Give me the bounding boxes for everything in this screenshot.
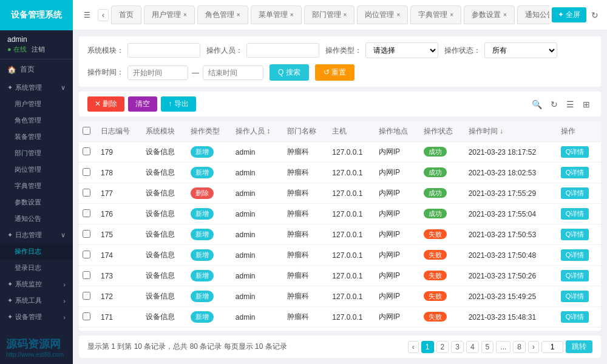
- row-dept: 肿瘤科: [283, 163, 328, 183]
- tab-pos[interactable]: 岗位管理 ×: [357, 5, 408, 24]
- row-checkbox-cell: [79, 307, 97, 328]
- page-8-button[interactable]: 8: [513, 341, 526, 353]
- tab-home[interactable]: 首页: [111, 5, 141, 24]
- sidebar-item-op-log[interactable]: 操作日志: [0, 243, 73, 260]
- refresh-button[interactable]: ↻: [589, 9, 601, 21]
- tab-dept-close[interactable]: ×: [344, 12, 347, 18]
- tab-pos-label: 岗位管理: [365, 10, 394, 20]
- table-row: 178 设备信息 新增 admin 肿瘤科 127.0.0.1 内网IP 成功 …: [79, 163, 601, 183]
- tab-user-close[interactable]: ×: [183, 12, 187, 18]
- row-checkbox-1[interactable]: [83, 168, 90, 176]
- tab-param-close[interactable]: ×: [503, 12, 507, 18]
- monitor-icon: ✦: [7, 280, 13, 288]
- search-button[interactable]: Q 搜索: [270, 64, 309, 81]
- row-checkbox-7[interactable]: [83, 292, 90, 300]
- sys-module-input[interactable]: [127, 43, 200, 58]
- empty-button[interactable]: 清空: [128, 96, 157, 112]
- row-time: 2021-03-23 15:36:17: [465, 328, 557, 331]
- tab-user[interactable]: 用户管理 ×: [144, 5, 195, 24]
- page-jump-button[interactable]: 跳转: [566, 340, 592, 353]
- row-checkbox-3[interactable]: [83, 209, 90, 217]
- sidebar-item-notice[interactable]: 通知公告: [0, 211, 73, 227]
- tab-dict[interactable]: 字典管理 ×: [410, 5, 461, 24]
- tab-menu-close[interactable]: ×: [290, 12, 294, 18]
- nav-prev-button[interactable]: ‹: [98, 9, 109, 21]
- row-checkbox-4[interactable]: [83, 230, 90, 238]
- row-log-id: 179: [97, 142, 142, 163]
- detail-button[interactable]: Q详情: [561, 187, 589, 199]
- tab-role-close[interactable]: ×: [237, 12, 240, 18]
- menu-toggle-button[interactable]: ☰: [79, 8, 95, 22]
- detail-button[interactable]: Q详情: [561, 270, 589, 281]
- sidebar-section-device-admin[interactable]: ✦ 设备管理 ›: [0, 309, 73, 325]
- page-prev-button[interactable]: ‹: [408, 341, 419, 353]
- tab-dict-close[interactable]: ×: [450, 12, 453, 18]
- status-badge: 成功: [424, 209, 447, 218]
- row-op-type: 新增: [187, 224, 232, 245]
- page-3-button[interactable]: 3: [451, 341, 464, 353]
- detail-button[interactable]: Q详情: [561, 146, 589, 158]
- sidebar-section-monitor[interactable]: ✦ 系统监控 ›: [0, 276, 73, 292]
- column-settings-button[interactable]: ☰: [564, 98, 577, 110]
- detail-button[interactable]: Q详情: [561, 208, 589, 220]
- page-2-button[interactable]: 2: [436, 341, 449, 353]
- select-all-checkbox[interactable]: [83, 127, 90, 135]
- page-jump-input[interactable]: [541, 341, 563, 353]
- detail-button[interactable]: Q详情: [561, 249, 589, 261]
- row-checkbox-0[interactable]: [83, 147, 90, 155]
- refresh-table-button[interactable]: ↻: [548, 98, 560, 110]
- export-button[interactable]: ↑ 导出: [161, 96, 195, 112]
- sidebar-item-user-manage[interactable]: 用户管理: [0, 96, 73, 112]
- start-time-input[interactable]: [127, 66, 188, 80]
- detail-button[interactable]: Q详情: [561, 291, 589, 302]
- sidebar-logout[interactable]: 注销: [32, 45, 45, 54]
- page-1-button[interactable]: 1: [421, 341, 434, 353]
- grid-view-button[interactable]: ⊞: [580, 98, 592, 110]
- filter-bar: 系统模块： 操作人员： 操作类型： 请选择 新增 修改 删除 操作状态： 所有: [79, 36, 601, 87]
- sidebar-item-device-manage[interactable]: 装备管理: [0, 129, 73, 145]
- sidebar-item-login-log[interactable]: 登录日志: [0, 260, 73, 276]
- op-type-select[interactable]: 请选择 新增 修改 删除: [365, 42, 438, 58]
- tab-menu[interactable]: 菜单管理 ×: [251, 5, 302, 24]
- sidebar-item-pos-manage[interactable]: 岗位管理: [0, 161, 73, 178]
- detail-button[interactable]: Q详情: [561, 311, 589, 323]
- row-host: 127.0.0.1: [328, 286, 375, 307]
- tab-dept[interactable]: 部门管理 ×: [304, 5, 355, 24]
- row-log-id: 175: [97, 224, 142, 245]
- row-checkbox-6[interactable]: [83, 271, 90, 279]
- sidebar-item-role-manage[interactable]: 角色管理: [0, 112, 73, 129]
- reset-button[interactable]: ↺ 重置: [315, 64, 354, 81]
- delete-button[interactable]: ✕ 删除: [87, 96, 124, 112]
- fullscreen-button[interactable]: ✦ 全屏: [552, 7, 586, 22]
- sidebar-section-tools[interactable]: ✦ 系统工具 ›: [0, 292, 73, 309]
- page-4-button[interactable]: 4: [466, 341, 479, 353]
- row-checkbox-5[interactable]: [83, 251, 90, 258]
- search-icon-button[interactable]: 🔍: [529, 98, 544, 110]
- status-badge: 成功: [424, 167, 447, 177]
- sidebar-item-param-settings[interactable]: 参数设置: [0, 194, 73, 211]
- op-type-badge: 新增: [191, 167, 214, 178]
- sidebar-section-log[interactable]: ✦ 日志管理 ∨: [0, 227, 73, 243]
- sidebar-item-home[interactable]: 🏠 首页: [0, 59, 73, 79]
- detail-button[interactable]: Q详情: [561, 167, 589, 178]
- tab-dept-label: 部门管理: [312, 10, 341, 20]
- sidebar-item-dept-manage[interactable]: 部门管理: [0, 145, 73, 161]
- row-action: Q详情: [557, 183, 601, 204]
- filter-op-type: 操作类型： 请选择 新增 修改 删除: [325, 42, 438, 58]
- tab-notice[interactable]: 通知公告 ×: [517, 5, 549, 24]
- tab-pos-close[interactable]: ×: [396, 12, 400, 18]
- row-checkbox-2[interactable]: [83, 189, 90, 197]
- operator-input[interactable]: [246, 43, 319, 58]
- tab-role[interactable]: 角色管理 ×: [197, 5, 248, 24]
- op-type-badge: 新增: [191, 311, 214, 323]
- sidebar-section-sys[interactable]: ✦ 系统管理 ∨: [0, 79, 73, 96]
- sidebar-item-dict-manage[interactable]: 字典管理: [0, 178, 73, 194]
- op-status-select[interactable]: 所有 成功 失败: [484, 42, 557, 58]
- tab-param[interactable]: 参数设置 ×: [464, 5, 515, 24]
- page-next-button[interactable]: ›: [528, 341, 539, 353]
- row-checkbox-8[interactable]: [83, 312, 90, 320]
- detail-button[interactable]: Q详情: [561, 229, 589, 240]
- page-5-button[interactable]: 5: [481, 341, 494, 353]
- op-type-badge: 新增: [191, 229, 214, 240]
- end-time-input[interactable]: [203, 66, 263, 80]
